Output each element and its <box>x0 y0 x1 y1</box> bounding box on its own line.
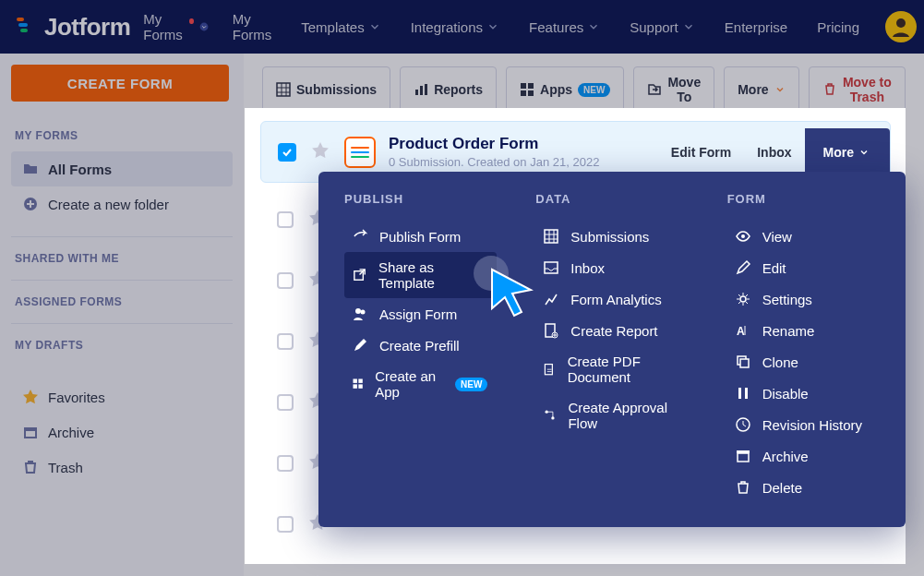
svg-point-18 <box>361 310 366 315</box>
sidebar-item-trash[interactable]: Trash <box>11 450 233 485</box>
menu-clone[interactable]: Clone <box>727 346 880 378</box>
sidebar-item-label: Create a new folder <box>48 197 169 212</box>
nav-integrations[interactable]: Integrations <box>396 19 514 35</box>
svg-rect-9 <box>415 90 418 95</box>
svg-rect-10 <box>420 86 423 95</box>
checkbox[interactable] <box>277 455 294 472</box>
sidebar-item-all-forms[interactable]: All Forms <box>11 151 233 186</box>
menu-delete[interactable]: Delete <box>727 472 880 503</box>
trash-icon <box>822 82 837 97</box>
menu-assign-form[interactable]: Assign Form <box>344 298 497 330</box>
menu-view[interactable]: View <box>727 221 880 252</box>
chevron-down-icon <box>486 20 499 33</box>
avatar[interactable] <box>885 11 917 42</box>
clock-icon <box>735 416 751 433</box>
menu-create-pdf-document[interactable]: Create PDF Document <box>535 346 688 392</box>
menu-publish-form[interactable]: Publish Form <box>344 221 497 252</box>
menu-label: Create Approval Flow <box>568 400 678 431</box>
nav-enterprise[interactable]: Enterprise <box>710 19 802 35</box>
logo[interactable]: Jotform <box>15 13 130 42</box>
nav-myforms-dropdown[interactable]: My Forms <box>143 11 218 42</box>
svg-rect-23 <box>545 230 558 243</box>
nav-templates[interactable]: Templates <box>286 19 395 35</box>
svg-rect-21 <box>353 385 356 389</box>
menu-archive[interactable]: Archive <box>727 440 880 472</box>
chevron-down-icon <box>682 20 695 33</box>
menu-rename[interactable]: ARename <box>727 315 880 346</box>
report-icon <box>543 322 559 339</box>
button-label: More <box>823 145 854 160</box>
clone-icon <box>735 354 751 370</box>
toolbar-apps[interactable]: AppsNEW <box>506 66 624 113</box>
menu-label: Publish Form <box>379 229 461 245</box>
menu-inbox[interactable]: Inbox <box>535 252 688 283</box>
rename-icon: A <box>735 322 751 339</box>
sidebar-heading-drafts: MY DRAFTS <box>15 339 229 352</box>
svg-point-28 <box>546 411 548 414</box>
button-label: Apps <box>540 82 572 97</box>
sidebar-item-archive[interactable]: Archive <box>11 414 233 450</box>
sidebar-item-favorites[interactable]: Favorites <box>11 379 233 414</box>
svg-rect-24 <box>545 262 558 273</box>
edit-form-link[interactable]: Edit Form <box>658 138 744 167</box>
more-button[interactable]: More <box>805 128 890 176</box>
checkbox[interactable] <box>277 211 294 228</box>
menu-submissions[interactable]: Submissions <box>535 221 688 252</box>
svg-point-30 <box>741 234 745 238</box>
nav-features[interactable]: Features <box>514 19 615 35</box>
toolbar-move-to-trash[interactable]: Move to Trash <box>809 66 906 113</box>
menu-create-an-app[interactable]: Create an AppNEW <box>344 361 497 407</box>
menu-label: Form Analytics <box>570 292 661 307</box>
button-label: Reports <box>434 82 483 97</box>
create-form-button[interactable]: CREATE FORM <box>11 65 229 102</box>
menu-create-prefill[interactable]: Create Prefill <box>344 330 497 361</box>
svg-point-4 <box>896 18 906 28</box>
menu-settings[interactable]: Settings <box>727 283 880 315</box>
svg-rect-15 <box>528 90 534 96</box>
menu-label: Create Prefill <box>379 338 460 354</box>
menu-label: Inbox <box>570 260 605 276</box>
nav-support[interactable]: Support <box>615 19 710 35</box>
grid-icon <box>543 228 559 245</box>
list-item[interactable] <box>260 561 891 576</box>
button-label: Move To <box>667 75 701 104</box>
checkbox[interactable] <box>277 333 294 350</box>
toolbar-submissions[interactable]: Submissions <box>262 66 390 113</box>
nav-my-forms[interactable]: My Forms <box>218 11 287 42</box>
inbox-link[interactable]: Inbox <box>744 138 804 167</box>
svg-rect-20 <box>358 379 362 383</box>
menu-edit[interactable]: Edit <box>727 252 880 283</box>
menu-col-data: DATA Submissions Inbox Form Analytics Cr… <box>535 192 688 503</box>
menu-label: Clone <box>762 354 798 370</box>
more-menu: PUBLISH Publish Form Share as Template A… <box>318 172 906 527</box>
menu-revision-history[interactable]: Revision History <box>727 409 880 440</box>
toolbar-move-to[interactable]: Move To <box>633 66 714 113</box>
menu-create-report[interactable]: Create Report <box>535 315 688 346</box>
button-label: More <box>738 82 768 97</box>
toolbar-more[interactable]: More <box>724 66 798 113</box>
sidebar-heading-shared: SHARED WITH ME <box>15 252 229 265</box>
new-badge: NEW <box>455 378 487 391</box>
sidebar-item-label: All Forms <box>48 162 112 177</box>
svg-point-31 <box>740 296 746 302</box>
checkbox-checked[interactable] <box>278 143 296 162</box>
svg-rect-35 <box>738 388 741 399</box>
nav-pricing[interactable]: Pricing <box>802 19 874 35</box>
menu-form-analytics[interactable]: Form Analytics <box>535 283 688 315</box>
share-arrow-icon <box>352 228 368 245</box>
menu-create-approval-flow[interactable]: Create Approval Flow <box>535 392 688 438</box>
menu-label: Submissions <box>570 229 649 245</box>
toolbar-reports[interactable]: Reports <box>400 66 497 113</box>
menu-label: Create Report <box>570 323 657 339</box>
star-icon[interactable] <box>311 141 330 163</box>
menu-disable[interactable]: Disable <box>727 378 880 409</box>
svg-rect-22 <box>358 385 362 389</box>
checkbox[interactable] <box>277 272 294 289</box>
menu-label: Create PDF Document <box>568 354 679 385</box>
sidebar-item-new-folder[interactable]: Create a new folder <box>11 186 233 222</box>
checkbox[interactable] <box>277 516 294 533</box>
menu-label: Settings <box>762 292 812 307</box>
sidebar-item-label: Favorites <box>48 390 105 405</box>
nav-label: Pricing <box>817 19 859 35</box>
checkbox[interactable] <box>277 394 294 411</box>
